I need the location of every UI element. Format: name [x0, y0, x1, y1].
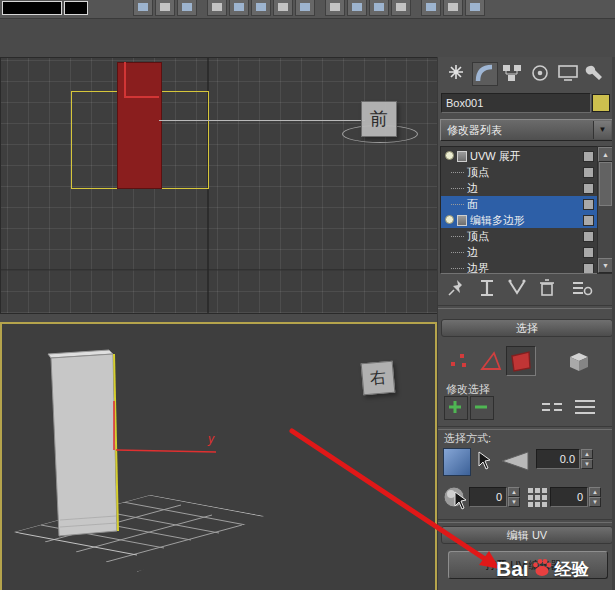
spinner-up-icon[interactable]: ▲ — [508, 487, 520, 497]
object-name-field[interactable] — [441, 93, 591, 113]
divider — [438, 305, 615, 309]
toolbar-icon[interactable] — [177, 0, 197, 16]
toolbar-icon[interactable] — [155, 0, 175, 16]
bulb-icon[interactable] — [445, 151, 454, 160]
watermark-text: Bai — [496, 557, 529, 581]
show-end-result-icon[interactable] — [476, 278, 498, 298]
spinner-field[interactable]: 0 — [550, 487, 588, 507]
paw-icon — [531, 556, 553, 582]
cursor-icon — [478, 451, 492, 471]
modifier-stack: UVW 展开 顶点 边 面 编辑多边形 顶点 — [440, 146, 598, 274]
object-color-swatch[interactable] — [592, 94, 610, 112]
command-panel: 修改器列表 ▼ UVW 展开 顶点 边 面 — [437, 57, 615, 590]
select-by-label: 选择方式: — [444, 431, 491, 446]
element-cube-icon[interactable] — [566, 348, 592, 374]
viewport-right-active[interactable]: y 右 — [0, 322, 437, 590]
watermark-text: 经验 — [555, 558, 589, 581]
configure-modifier-sets-icon[interactable] — [570, 278, 594, 298]
loop-icon[interactable] — [540, 400, 564, 414]
main-toolbar — [0, 0, 615, 19]
modifier-stack-item[interactable]: 顶点 — [441, 164, 597, 180]
toolbar-icon[interactable] — [443, 0, 463, 16]
modifier-icon — [457, 151, 467, 162]
stack-row-toggle[interactable] — [583, 151, 594, 162]
stack-row-toggle[interactable] — [583, 247, 594, 258]
toolbar-icon[interactable] — [465, 0, 485, 16]
modify-selection-label: 修改选择 — [446, 382, 490, 397]
pin-stack-icon[interactable] — [446, 278, 468, 298]
remove-modifier-icon[interactable] — [536, 278, 558, 298]
named-selection-button[interactable] — [64, 1, 88, 15]
modifier-stack-item-selected[interactable]: 面 — [441, 196, 597, 212]
spinner-down-icon[interactable]: ▼ — [589, 497, 601, 507]
view-label-front[interactable]: 前 — [361, 101, 397, 137]
gizmo-axis-horizontal — [124, 96, 159, 98]
grow-selection-icon[interactable] — [444, 396, 468, 420]
stack-row-toggle[interactable] — [583, 183, 594, 194]
modifier-stack-item[interactable]: 边 — [441, 180, 597, 196]
modifier-stack-item[interactable]: UVW 展开 — [441, 148, 597, 164]
edge-triangle-icon[interactable] — [479, 349, 503, 373]
toolbar-icon[interactable] — [229, 0, 249, 16]
face-icon[interactable] — [506, 346, 536, 376]
stack-row-toggle[interactable] — [583, 199, 594, 210]
divider — [438, 426, 615, 430]
toolbar-icon[interactable] — [369, 0, 389, 16]
divider — [438, 519, 615, 523]
rollout-selection[interactable]: 选择 — [441, 319, 613, 337]
spinner-down-icon[interactable]: ▼ — [508, 497, 520, 507]
modifier-stack-item-selected[interactable]: 编辑多边形 — [441, 212, 597, 228]
toolbar-icon[interactable] — [133, 0, 153, 16]
scrollbar-thumb[interactable] — [599, 162, 612, 206]
spinner-down-icon[interactable]: ▼ — [581, 459, 593, 469]
bulb-icon[interactable] — [445, 215, 454, 224]
angle-spinner-field[interactable]: 0.0 — [536, 449, 580, 469]
planar-select-icon[interactable] — [443, 448, 471, 476]
make-unique-icon[interactable] — [506, 278, 528, 298]
toolbar-icon[interactable] — [251, 0, 271, 16]
grid-falloff-icon[interactable] — [526, 486, 548, 508]
cone-angle-icon[interactable] — [500, 449, 530, 473]
rollout-edit-uv[interactable]: 编辑 UV — [441, 526, 613, 544]
gizmo-axis-vertical — [124, 62, 126, 98]
grid-axis-horizontal — [1, 269, 438, 271]
named-selection-field[interactable] — [2, 1, 62, 15]
toolbar-icon[interactable] — [421, 0, 441, 16]
spinner-up-icon[interactable]: ▲ — [581, 449, 593, 459]
3dsmax-window: 前 y 右 — [0, 0, 615, 590]
toolbar-icon[interactable] — [295, 0, 315, 16]
vertex-dots-icon[interactable] — [448, 349, 470, 371]
viewport-front[interactable]: 前 — [0, 57, 439, 314]
modifier-icon — [457, 215, 467, 226]
toolbar-icon[interactable] — [391, 0, 411, 16]
view-label-right[interactable]: 右 — [361, 361, 396, 396]
stack-row-toggle[interactable] — [583, 167, 594, 178]
gizmo-leader-line — [159, 120, 365, 121]
scroll-down-icon[interactable]: ▼ — [598, 258, 613, 273]
stack-row-toggle[interactable] — [583, 231, 594, 242]
modifier-list-dropdown[interactable]: 修改器列表 ▼ — [440, 119, 613, 141]
motion-icon[interactable] — [528, 62, 552, 84]
modifier-stack-item[interactable]: 边界 — [441, 260, 597, 274]
axis-label-y: y — [207, 432, 215, 446]
toolbar-icon[interactable] — [325, 0, 345, 16]
modifier-stack-item[interactable]: 边 — [441, 244, 597, 260]
hierarchy-icon[interactable] — [500, 62, 524, 84]
spinner-up-icon[interactable]: ▲ — [589, 487, 601, 497]
stack-row-toggle[interactable] — [583, 215, 594, 226]
chevron-down-icon[interactable]: ▼ — [593, 121, 611, 139]
create-icon[interactable] — [444, 62, 468, 84]
toolbar-icon[interactable] — [273, 0, 293, 16]
toolbar-icon[interactable] — [207, 0, 227, 16]
ring-icon[interactable] — [572, 398, 598, 416]
scroll-up-icon[interactable]: ▲ — [598, 147, 613, 162]
modifier-stack-item[interactable]: 顶点 — [441, 228, 597, 244]
toolbar-icon[interactable] — [347, 0, 367, 16]
spinner-field[interactable]: 0 — [469, 487, 507, 507]
stack-row-toggle[interactable] — [583, 263, 594, 274]
display-icon[interactable] — [556, 62, 580, 84]
cursor-icon — [454, 491, 468, 511]
utilities-icon[interactable] — [584, 62, 608, 84]
modify-icon[interactable] — [472, 62, 498, 86]
shrink-selection-icon[interactable] — [470, 396, 494, 420]
